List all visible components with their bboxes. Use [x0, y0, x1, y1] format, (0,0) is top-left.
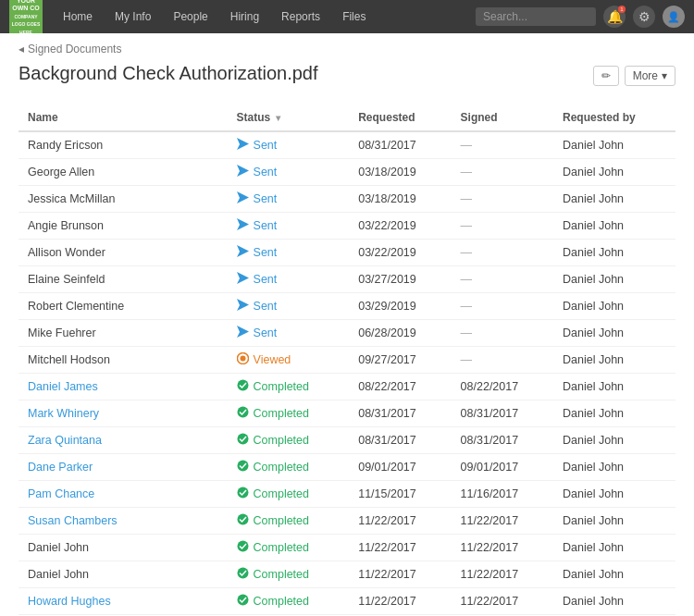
cell-requested-by: Daniel John — [553, 131, 675, 159]
name-link[interactable]: Susan Chambers — [28, 514, 118, 527]
cell-requested-by: Daniel John — [553, 400, 675, 427]
svg-marker-5 — [237, 272, 249, 284]
cell-requested-by: Daniel John — [553, 481, 675, 508]
more-label: More — [633, 69, 658, 82]
breadcrumb-link[interactable]: Signed Documents — [28, 43, 121, 55]
status-icon — [237, 487, 249, 501]
nav-hiring[interactable]: Hiring — [219, 0, 270, 33]
cell-name[interactable]: Susan Chambers — [19, 508, 228, 535]
cell-status: Completed — [228, 374, 350, 400]
cell-name[interactable]: Zara Quintana — [19, 427, 228, 454]
table-row: Randy EricsonSent08/31/2017—Daniel John — [19, 131, 675, 159]
cell-name[interactable]: Dane Parker — [19, 454, 228, 481]
cell-requested: 11/22/2017 — [349, 561, 451, 588]
more-button[interactable]: More ▾ — [625, 66, 675, 86]
table-row: Howard HughesCompleted11/22/201711/22/20… — [19, 588, 675, 615]
cell-status: Sent — [228, 159, 350, 186]
cell-name: Randy Ericson — [19, 131, 228, 159]
cell-name[interactable]: Howard Hughes — [19, 588, 228, 615]
notifications-icon[interactable]: 🔔 1 — [603, 6, 626, 28]
cell-status: Completed — [228, 508, 350, 535]
breadcrumb-arrow: ◂ — [19, 43, 24, 55]
cell-signed: 08/22/2017 — [452, 374, 553, 400]
svg-point-9 — [240, 356, 245, 362]
avatar[interactable]: 👤 — [663, 6, 685, 28]
status-label: Completed — [254, 595, 309, 608]
cell-name: Allison Wonder — [19, 240, 228, 266]
name-link[interactable]: Zara Quintana — [28, 434, 102, 447]
cell-status: Sent — [228, 131, 350, 159]
logo[interactable]: YOUROWN COCOMPANY LOGO GOES HERE — [9, 0, 43, 33]
name-link[interactable]: Dane Parker — [28, 461, 93, 474]
status-label: Sent — [254, 192, 278, 205]
cell-requested: 03/18/2019 — [349, 159, 451, 186]
table-row: Pam ChanceCompleted11/15/201711/16/2017D… — [19, 481, 675, 508]
cell-status: Completed — [228, 427, 350, 454]
cell-requested: 03/27/2019 — [349, 266, 451, 293]
cell-requested-by: Daniel John — [553, 588, 675, 615]
cell-signed: — — [452, 213, 553, 240]
svg-point-16 — [237, 541, 248, 552]
cell-requested-by: Daniel John — [553, 293, 675, 320]
nav-right: 🔔 1 ⚙ 👤 — [476, 6, 685, 28]
svg-point-15 — [237, 514, 248, 525]
name-link[interactable]: Mark Whinery — [28, 407, 99, 420]
settings-icon[interactable]: ⚙ — [633, 6, 655, 28]
table-row: Elaine SeinfeldSent03/27/2019—Daniel Joh… — [19, 266, 675, 293]
cell-name: Jessica McMillan — [19, 186, 228, 213]
edit-icon: ✏ — [601, 69, 611, 82]
cell-signed: — — [452, 320, 553, 347]
status-label: Completed — [254, 380, 309, 393]
cell-signed: 11/22/2017 — [452, 535, 553, 561]
search-input[interactable] — [476, 7, 596, 26]
cell-requested: 08/31/2017 — [349, 131, 451, 159]
table-row: Daniel JamesCompleted08/22/201708/22/201… — [19, 374, 675, 400]
dash: — — [461, 300, 473, 313]
cell-status: Viewed — [228, 347, 350, 374]
dash: — — [461, 219, 473, 232]
cell-requested: 08/31/2017 — [349, 427, 451, 454]
nav-my-info[interactable]: My Info — [104, 0, 162, 33]
edit-button[interactable]: ✏ — [593, 66, 619, 86]
status-icon — [237, 352, 249, 367]
cell-requested: 08/22/2017 — [349, 374, 451, 400]
status-label: Completed — [254, 487, 309, 500]
cell-status: Completed — [228, 561, 350, 588]
cell-signed: 11/16/2017 — [452, 481, 553, 508]
cell-status: Completed — [228, 400, 350, 427]
table-row: Daniel JohnCompleted11/22/201711/22/2017… — [19, 561, 675, 588]
dash: — — [461, 139, 473, 152]
cell-requested-by: Daniel John — [553, 454, 675, 481]
status-label: Completed — [254, 434, 309, 447]
nav-files[interactable]: Files — [331, 0, 377, 33]
nav-people[interactable]: People — [162, 0, 218, 33]
status-icon — [237, 272, 249, 287]
cell-requested: 03/29/2019 — [349, 293, 451, 320]
svg-point-18 — [237, 595, 248, 606]
dash: — — [461, 353, 473, 366]
cell-requested-by: Daniel John — [553, 213, 675, 240]
table-row: Jessica McMillanSent03/18/2019—Daniel Jo… — [19, 186, 675, 213]
cell-signed: 11/22/2017 — [452, 508, 553, 535]
cell-signed: — — [452, 131, 553, 159]
svg-point-13 — [237, 461, 248, 472]
status-icon — [237, 299, 249, 314]
status-label: Sent — [254, 326, 278, 339]
name-link[interactable]: Pam Chance — [28, 487, 94, 500]
status-icon — [237, 567, 249, 582]
cell-requested: 08/31/2017 — [349, 400, 451, 427]
status-icon — [237, 326, 249, 340]
cell-name[interactable]: Daniel James — [19, 374, 228, 400]
status-label: Completed — [254, 461, 309, 474]
svg-marker-4 — [237, 245, 249, 257]
cell-name[interactable]: Mark Whinery — [19, 400, 228, 427]
nav-reports[interactable]: Reports — [270, 0, 331, 33]
name-link[interactable]: Daniel James — [28, 380, 98, 393]
col-status[interactable]: Status ▾ — [228, 105, 350, 131]
table-row: Daniel JohnCompleted11/22/201711/22/2017… — [19, 535, 675, 561]
cell-name[interactable]: Pam Chance — [19, 481, 228, 508]
name-link[interactable]: Howard Hughes — [28, 595, 111, 608]
nav-home[interactable]: Home — [52, 0, 104, 33]
breadcrumb: ◂ Signed Documents — [19, 43, 675, 55]
status-icon — [237, 406, 249, 421]
